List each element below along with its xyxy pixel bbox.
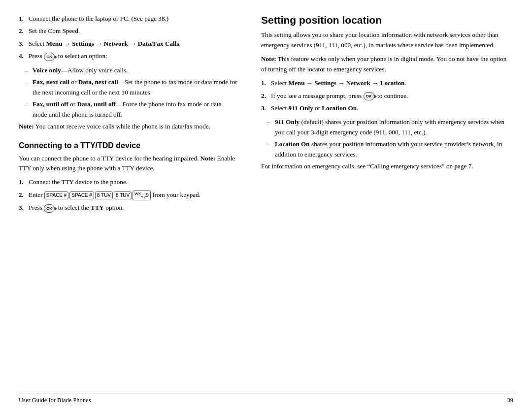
list-num: 2. [19,190,29,200]
left-numbered-list: 1. Connect the phone to the laptop or PC… [19,14,237,62]
list-content: If you see a message prompt, press OK to… [271,91,513,101]
tty-bold: TTY [91,204,104,211]
key-space-hash-1: SPACE # [44,191,69,199]
footer-left: User Guide for Blade Phones [19,397,91,404]
keyboard-sequence: SPACE # SPACE # 8 TUV 8 TUV WXYZ9 [44,191,151,201]
sub-content: Fax, until off or Data, until off—Force … [33,99,237,120]
list-num: 2. [19,26,29,36]
note-label: Note: [19,123,34,130]
right-numbered-list: 1. Select Menu → Settings → Network → Lo… [261,78,513,113]
list-item: 3. Press OK to select the TTY option. [19,203,237,213]
list-num: 1. [19,177,29,187]
sub-list-item: – 911 Only (default) shares your positio… [267,117,513,137]
list-content: Press OK to select the TTY option. [29,203,237,213]
911-only-bold: 911 Only [289,104,313,112]
footer: User Guide for Blade Phones 39 [19,393,513,404]
sub-content: Voice only—Allow only voice calls. [33,65,237,75]
right-column: Setting position location This setting a… [261,14,513,388]
note-paragraph: Note: You cannot receive voice calls whi… [19,122,237,131]
list-content: Select Menu → Settings → Network → Data/… [29,39,237,49]
ok-button-icon-2: OK [44,204,55,213]
menu-bold: Menu [46,40,63,47]
dash: – [25,99,33,120]
data-until-bold: Data, until off— [77,100,123,108]
list-content: Connect the phone to the laptop or PC. (… [29,14,237,24]
list-num: 3. [261,103,271,113]
list-item: 1. Connect the phone to the laptop or PC… [19,14,237,24]
tty-list: 1. Connect the TTY device to the phone. … [19,177,237,213]
location-on-sub-bold: Location On [275,140,310,148]
fax-until-bold: Fax, until off [33,100,68,108]
list-num: 4. [19,51,29,61]
list-content: Select Menu → Settings → Network → Locat… [271,78,513,88]
sub-content: Location On shares your position informa… [275,139,513,159]
dash: – [267,117,275,137]
list-content: Select 911 Only or Location On. [271,103,513,113]
list-item: 2. If you see a message prompt, press OK… [261,91,513,101]
dash: – [267,139,275,159]
network-bold-r: Network [346,79,370,87]
location-bold-r: Location [380,79,405,87]
sub-list-item: – Fax, until off or Data, until off—Forc… [25,99,237,120]
key-8-tuv-2: 8 TUV [114,191,132,199]
list-content: Connect the TTY device to the phone. [29,177,237,187]
page-container: 1. Connect the phone to the laptop or PC… [0,0,532,413]
left-column: 1. Connect the phone to the laptop or PC… [19,14,245,388]
right-intro: This setting allows you to share your lo… [261,30,513,50]
list-num: 2. [261,91,271,101]
right-sub-list: – 911 Only (default) shares your positio… [267,117,513,159]
settings-bold-r: Settings [314,79,336,87]
list-item: 2. Enter SPACE # SPACE # 8 TUV 8 TUV WXY… [19,190,237,200]
network-bold: Network [104,40,128,47]
note-label-right: Note: [261,55,276,63]
voice-only-bold: Voice only— [33,66,67,74]
data-next-bold: Data, next call— [78,78,125,86]
right-closing: For information on emergency calls, see … [261,161,513,171]
list-content: Enter SPACE # SPACE # 8 TUV 8 TUV WXYZ9 … [29,190,237,200]
ok-button-icon-r: OK [364,92,374,100]
sub-list-item: – Fax, next call or Data, next call—Set … [25,77,237,97]
dash: – [25,65,33,75]
key-8-tuv-1: 8 TUV [95,191,113,199]
sub-content: 911 Only (default) shares your position … [275,117,513,137]
sub-list-item: – Voice only—Allow only voice calls. [25,65,237,75]
sub-content: Fax, next call or Data, next call—Set th… [33,77,237,97]
key-wxy-9: WXYZ9 [133,191,151,201]
key-space-hash-2: SPACE # [69,191,94,199]
menu-bold-r: Menu [289,79,305,87]
list-content: Press OK to select an option: [29,51,237,61]
section-title: Setting position location [261,14,513,27]
note-inline-bold: Note: [200,155,216,162]
sub-list-item: – Location On shares your position infor… [267,139,513,159]
list-item: 3. Select Menu → Settings → Network → Da… [19,39,237,49]
subsection-title: Connecting to a TTY/TDD device [19,141,237,151]
list-item: 1. Connect the TTY device to the phone. [19,177,237,187]
settings-bold: Settings [72,40,94,47]
fax-next-bold: Fax, next call [33,78,69,86]
list-item: 3. Select 911 Only or Location On. [261,103,513,113]
datafax-bold: Data/Fax Calls [138,40,179,47]
list-num: 3. [19,39,29,49]
footer-right: 39 [507,397,514,404]
list-item: 2. Set the Com Speed. [19,26,237,36]
right-note: Note: This feature works only when your … [261,54,513,74]
list-num: 3. [19,203,29,213]
location-on-bold: Location On [322,104,357,112]
content-area: 1. Connect the phone to the laptop or PC… [19,14,513,388]
list-num: 1. [261,78,271,88]
list-item: 4. Press OK to select an option: [19,51,237,61]
list-content: Set the Com Speed. [29,26,237,36]
tty-intro: You can connect the phone to a TTY devic… [19,154,237,174]
911-only-sub-bold: 911 Only [275,118,299,126]
list-item: 1. Select Menu → Settings → Network → Lo… [261,78,513,88]
dash: – [25,77,33,97]
option-sub-list: – Voice only—Allow only voice calls. – F… [25,65,237,120]
ok-button-icon: OK [44,53,55,61]
list-num: 1. [19,14,29,24]
